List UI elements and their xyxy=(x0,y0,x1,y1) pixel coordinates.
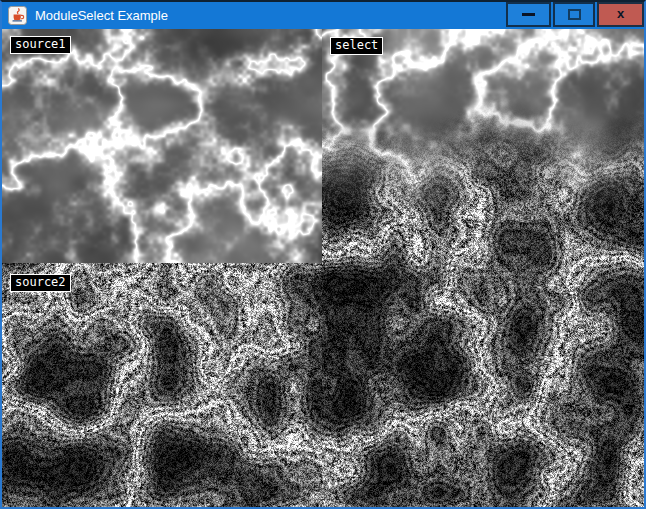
label-select: select xyxy=(330,37,383,55)
label-source2: source2 xyxy=(10,274,71,292)
render-area: source1 select source2 xyxy=(2,29,644,507)
minimize-button[interactable] xyxy=(506,2,551,27)
maximize-square-icon xyxy=(568,9,581,20)
java-coffee-cup-icon[interactable] xyxy=(8,6,27,25)
app-window: ModuleSelect Example x source1 select so… xyxy=(0,0,646,509)
label-source1: source1 xyxy=(10,36,71,54)
window-controls: x xyxy=(504,2,644,27)
titlebar[interactable]: ModuleSelect Example x xyxy=(2,2,644,29)
noise-render-canvas xyxy=(2,29,644,507)
close-x-icon: x xyxy=(617,7,624,20)
window-title: ModuleSelect Example xyxy=(35,2,168,29)
close-button[interactable]: x xyxy=(597,2,644,27)
minimize-dash-icon xyxy=(522,13,535,16)
maximize-button[interactable] xyxy=(553,2,595,27)
